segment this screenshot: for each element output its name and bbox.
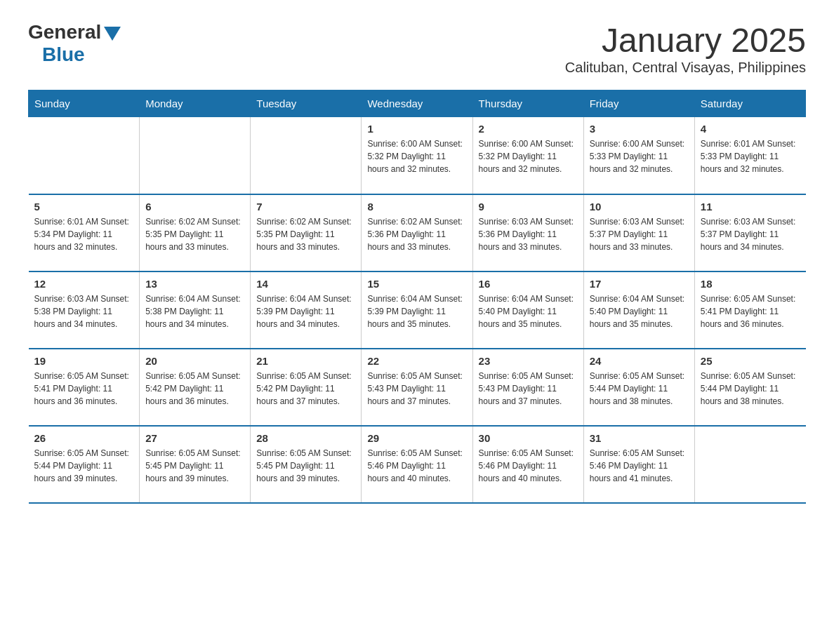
day-info: Sunrise: 6:02 AM Sunset: 5:36 PM Dayligh… xyxy=(367,215,466,253)
logo-triangle-icon xyxy=(104,27,121,41)
day-number: 14 xyxy=(256,278,355,290)
day-number: 4 xyxy=(701,123,800,135)
day-cell xyxy=(694,426,805,503)
day-cell: 16Sunrise: 6:04 AM Sunset: 5:40 PM Dayli… xyxy=(472,271,583,349)
day-cell: 3Sunrise: 6:00 AM Sunset: 5:33 PM Daylig… xyxy=(583,117,694,194)
calendar-table: SundayMondayTuesdayWednesdayThursdayFrid… xyxy=(28,90,806,504)
day-cell: 6Sunrise: 6:02 AM Sunset: 5:35 PM Daylig… xyxy=(140,194,251,271)
logo-general-text: General xyxy=(28,21,101,43)
page-title: January 2025 xyxy=(565,21,806,60)
day-info: Sunrise: 6:05 AM Sunset: 5:45 PM Dayligh… xyxy=(145,447,244,485)
day-cell: 27Sunrise: 6:05 AM Sunset: 5:45 PM Dayli… xyxy=(140,426,251,503)
day-info: Sunrise: 6:05 AM Sunset: 5:46 PM Dayligh… xyxy=(590,447,689,485)
day-info: Sunrise: 6:03 AM Sunset: 5:37 PM Dayligh… xyxy=(701,215,800,253)
day-cell: 5Sunrise: 6:01 AM Sunset: 5:34 PM Daylig… xyxy=(29,194,140,271)
day-number: 13 xyxy=(145,278,244,290)
day-cell: 31Sunrise: 6:05 AM Sunset: 5:46 PM Dayli… xyxy=(583,426,694,503)
day-info: Sunrise: 6:03 AM Sunset: 5:38 PM Dayligh… xyxy=(34,293,134,330)
header-cell-saturday: Saturday xyxy=(694,90,805,117)
day-number: 12 xyxy=(34,278,134,290)
day-number: 23 xyxy=(479,355,578,367)
day-number: 9 xyxy=(479,201,578,213)
day-info: Sunrise: 6:03 AM Sunset: 5:36 PM Dayligh… xyxy=(479,215,578,253)
day-info: Sunrise: 6:05 AM Sunset: 5:46 PM Dayligh… xyxy=(367,447,466,485)
day-cell: 10Sunrise: 6:03 AM Sunset: 5:37 PM Dayli… xyxy=(583,194,694,271)
day-cell: 13Sunrise: 6:04 AM Sunset: 5:38 PM Dayli… xyxy=(140,271,251,349)
day-number: 15 xyxy=(367,278,466,290)
day-cell: 4Sunrise: 6:01 AM Sunset: 5:33 PM Daylig… xyxy=(694,117,805,194)
day-number: 28 xyxy=(256,432,355,444)
day-info: Sunrise: 6:00 AM Sunset: 5:32 PM Dayligh… xyxy=(367,137,466,175)
week-row-3: 12Sunrise: 6:03 AM Sunset: 5:38 PM Dayli… xyxy=(29,271,806,349)
week-row-5: 26Sunrise: 6:05 AM Sunset: 5:44 PM Dayli… xyxy=(29,426,806,503)
day-number: 22 xyxy=(367,355,466,367)
day-number: 21 xyxy=(256,355,355,367)
calendar-body: 1Sunrise: 6:00 AM Sunset: 5:32 PM Daylig… xyxy=(29,117,806,503)
day-cell xyxy=(29,117,140,194)
day-number: 20 xyxy=(145,355,244,367)
day-info: Sunrise: 6:05 AM Sunset: 5:41 PM Dayligh… xyxy=(701,293,800,330)
day-cell: 12Sunrise: 6:03 AM Sunset: 5:38 PM Dayli… xyxy=(29,271,140,349)
day-number: 1 xyxy=(367,123,466,135)
day-info: Sunrise: 6:04 AM Sunset: 5:39 PM Dayligh… xyxy=(367,293,466,330)
day-info: Sunrise: 6:05 AM Sunset: 5:43 PM Dayligh… xyxy=(479,370,578,408)
day-cell: 20Sunrise: 6:05 AM Sunset: 5:42 PM Dayli… xyxy=(140,349,251,426)
day-cell xyxy=(251,117,362,194)
day-info: Sunrise: 6:05 AM Sunset: 5:44 PM Dayligh… xyxy=(701,370,800,408)
week-row-2: 5Sunrise: 6:01 AM Sunset: 5:34 PM Daylig… xyxy=(29,194,806,271)
day-cell: 9Sunrise: 6:03 AM Sunset: 5:36 PM Daylig… xyxy=(472,194,583,271)
day-number: 3 xyxy=(590,123,689,135)
day-cell: 24Sunrise: 6:05 AM Sunset: 5:44 PM Dayli… xyxy=(583,349,694,426)
day-cell: 15Sunrise: 6:04 AM Sunset: 5:39 PM Dayli… xyxy=(362,271,472,349)
day-number: 31 xyxy=(590,432,689,444)
day-cell: 18Sunrise: 6:05 AM Sunset: 5:41 PM Dayli… xyxy=(694,271,805,349)
day-number: 7 xyxy=(256,201,355,213)
header-cell-monday: Monday xyxy=(140,90,251,117)
day-number: 10 xyxy=(590,201,689,213)
day-number: 17 xyxy=(590,278,689,290)
day-cell: 22Sunrise: 6:05 AM Sunset: 5:43 PM Dayli… xyxy=(362,349,472,426)
day-info: Sunrise: 6:05 AM Sunset: 5:41 PM Dayligh… xyxy=(34,370,134,408)
day-number: 30 xyxy=(479,432,578,444)
day-info: Sunrise: 6:01 AM Sunset: 5:33 PM Dayligh… xyxy=(701,137,800,175)
day-info: Sunrise: 6:05 AM Sunset: 5:44 PM Dayligh… xyxy=(590,370,689,408)
day-info: Sunrise: 6:02 AM Sunset: 5:35 PM Dayligh… xyxy=(145,215,244,253)
day-cell: 14Sunrise: 6:04 AM Sunset: 5:39 PM Dayli… xyxy=(251,271,362,349)
day-cell: 21Sunrise: 6:05 AM Sunset: 5:42 PM Dayli… xyxy=(251,349,362,426)
day-cell: 1Sunrise: 6:00 AM Sunset: 5:32 PM Daylig… xyxy=(362,117,472,194)
day-number: 29 xyxy=(367,432,466,444)
day-cell: 2Sunrise: 6:00 AM Sunset: 5:32 PM Daylig… xyxy=(472,117,583,194)
day-cell: 11Sunrise: 6:03 AM Sunset: 5:37 PM Dayli… xyxy=(694,194,805,271)
day-number: 19 xyxy=(34,355,134,367)
day-info: Sunrise: 6:05 AM Sunset: 5:44 PM Dayligh… xyxy=(34,447,134,485)
day-cell xyxy=(140,117,251,194)
page-header: General Blue January 2025 Calituban, Cen… xyxy=(28,21,806,76)
day-info: Sunrise: 6:04 AM Sunset: 5:38 PM Dayligh… xyxy=(145,293,244,330)
day-cell: 17Sunrise: 6:04 AM Sunset: 5:40 PM Dayli… xyxy=(583,271,694,349)
header-cell-friday: Friday xyxy=(583,90,694,117)
calendar-header: SundayMondayTuesdayWednesdayThursdayFrid… xyxy=(29,90,806,117)
day-number: 6 xyxy=(145,201,244,213)
header-cell-thursday: Thursday xyxy=(472,90,583,117)
day-info: Sunrise: 6:02 AM Sunset: 5:35 PM Dayligh… xyxy=(256,215,355,253)
day-number: 25 xyxy=(701,355,800,367)
header-cell-wednesday: Wednesday xyxy=(362,90,472,117)
page-subtitle: Calituban, Central Visayas, Philippines xyxy=(565,60,806,76)
day-cell: 26Sunrise: 6:05 AM Sunset: 5:44 PM Dayli… xyxy=(29,426,140,503)
day-cell: 30Sunrise: 6:05 AM Sunset: 5:46 PM Dayli… xyxy=(472,426,583,503)
title-block: January 2025 Calituban, Central Visayas,… xyxy=(565,21,806,76)
day-info: Sunrise: 6:00 AM Sunset: 5:32 PM Dayligh… xyxy=(479,137,578,175)
day-cell: 23Sunrise: 6:05 AM Sunset: 5:43 PM Dayli… xyxy=(472,349,583,426)
day-info: Sunrise: 6:04 AM Sunset: 5:39 PM Dayligh… xyxy=(256,293,355,330)
day-number: 8 xyxy=(367,201,466,213)
day-cell: 25Sunrise: 6:05 AM Sunset: 5:44 PM Dayli… xyxy=(694,349,805,426)
week-row-1: 1Sunrise: 6:00 AM Sunset: 5:32 PM Daylig… xyxy=(29,117,806,194)
day-number: 18 xyxy=(701,278,800,290)
day-number: 2 xyxy=(479,123,578,135)
week-row-4: 19Sunrise: 6:05 AM Sunset: 5:41 PM Dayli… xyxy=(29,349,806,426)
day-info: Sunrise: 6:05 AM Sunset: 5:46 PM Dayligh… xyxy=(479,447,578,485)
header-row: SundayMondayTuesdayWednesdayThursdayFrid… xyxy=(29,90,806,117)
day-info: Sunrise: 6:04 AM Sunset: 5:40 PM Dayligh… xyxy=(590,293,689,330)
day-cell: 19Sunrise: 6:05 AM Sunset: 5:41 PM Dayli… xyxy=(29,349,140,426)
logo-blue-text: Blue xyxy=(42,43,85,66)
